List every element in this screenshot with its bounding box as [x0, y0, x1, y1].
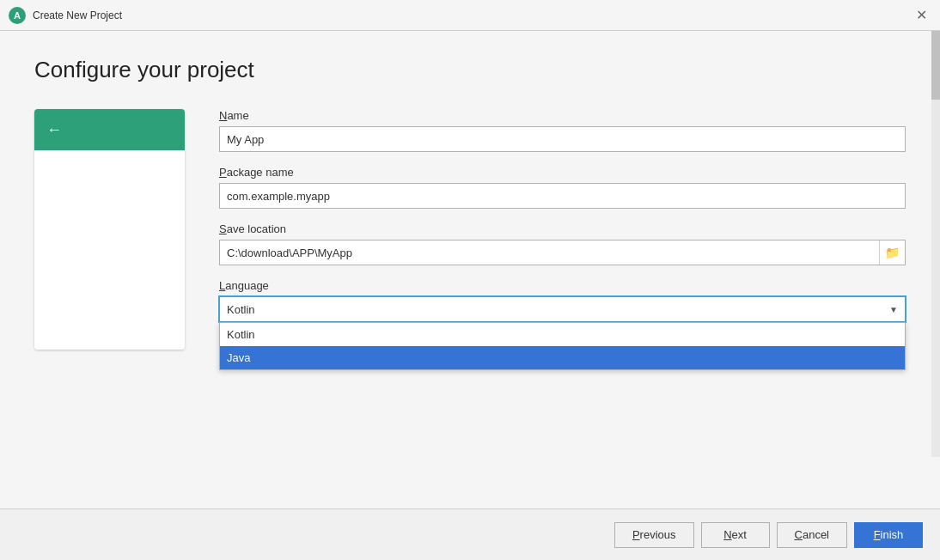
phone-preview: ← [34, 109, 185, 350]
preview-panel: ← [34, 109, 185, 508]
phone-header: ← [34, 109, 185, 150]
scrollbar[interactable] [931, 31, 940, 457]
previous-button[interactable]: Previous [614, 522, 694, 548]
close-button[interactable]: ✕ [911, 5, 931, 26]
package-input[interactable] [219, 183, 906, 209]
dialog-body: Configure your project ← Name [0, 31, 940, 508]
scrollbar-thumb[interactable] [931, 31, 940, 100]
page-title: Configure your project [34, 57, 906, 83]
package-label: Package name [219, 166, 906, 179]
form-panel: Name Package name Save location [219, 109, 906, 508]
language-option-kotlin[interactable]: Kotlin [220, 323, 905, 346]
next-button[interactable]: Next [701, 522, 770, 548]
app-icon: A [9, 7, 26, 24]
language-group: Language Kotlin ▼ Kotlin Java [219, 279, 906, 322]
name-group: Name [219, 109, 906, 152]
name-label: Name [219, 109, 906, 122]
content-area: ← Name Package name [34, 109, 906, 508]
title-bar: A Create New Project ✕ [0, 0, 940, 31]
language-dropdown-list: Kotlin Java [219, 322, 906, 370]
cancel-button[interactable]: Cancel [777, 522, 847, 548]
finish-button[interactable]: Finish [854, 522, 923, 548]
chevron-down-icon: ▼ [889, 305, 898, 314]
folder-browse-button[interactable]: 📁 [879, 240, 905, 265]
language-wrapper: Kotlin ▼ Kotlin Java [219, 296, 906, 322]
footer: Previous Next Cancel Finish [0, 508, 940, 560]
title-bar-text: Create New Project [33, 9, 911, 21]
language-option-java[interactable]: Java [220, 346, 905, 369]
save-location-input[interactable] [220, 240, 879, 265]
language-selected-value: Kotlin [227, 303, 255, 316]
name-input[interactable] [219, 126, 906, 152]
back-arrow-icon: ← [46, 121, 62, 139]
phone-body [34, 150, 185, 350]
language-label: Language [219, 279, 906, 292]
save-location-wrapper: 📁 [219, 240, 906, 265]
save-location-group: Save location 📁 [219, 222, 906, 265]
package-group: Package name [219, 166, 906, 209]
save-location-label: Save location [219, 222, 906, 235]
language-dropdown[interactable]: Kotlin ▼ [219, 296, 906, 322]
folder-icon: 📁 [885, 246, 900, 259]
